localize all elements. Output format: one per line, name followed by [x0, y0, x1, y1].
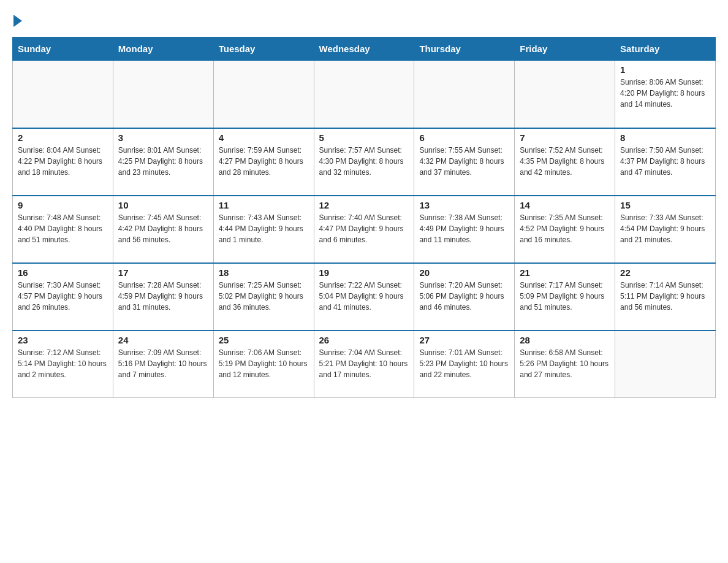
calendar-cell: 1Sunrise: 8:06 AM Sunset: 4:20 PM Daylig…	[615, 61, 716, 128]
calendar-cell: 8Sunrise: 7:50 AM Sunset: 4:37 PM Daylig…	[615, 128, 716, 196]
day-number: 23	[18, 335, 108, 345]
day-number: 5	[319, 132, 409, 143]
day-info: Sunrise: 7:45 AM Sunset: 4:42 PM Dayligh…	[118, 212, 208, 245]
calendar-cell	[615, 331, 716, 398]
calendar-cell: 15Sunrise: 7:33 AM Sunset: 4:54 PM Dayli…	[615, 196, 716, 263]
calendar-cell: 28Sunrise: 6:58 AM Sunset: 5:26 PM Dayli…	[515, 331, 615, 398]
calendar-table: SundayMondayTuesdayWednesdayThursdayFrid…	[12, 37, 716, 398]
calendar-cell	[113, 61, 213, 128]
day-info: Sunrise: 7:22 AM Sunset: 5:04 PM Dayligh…	[319, 280, 409, 313]
calendar-cell: 14Sunrise: 7:35 AM Sunset: 4:52 PM Dayli…	[515, 196, 615, 263]
day-number: 26	[319, 335, 409, 345]
day-info: Sunrise: 7:01 AM Sunset: 5:23 PM Dayligh…	[419, 347, 509, 380]
calendar-cell	[213, 61, 314, 128]
day-header-friday: Friday	[515, 37, 615, 61]
day-number: 22	[620, 267, 710, 278]
calendar-cell: 2Sunrise: 8:04 AM Sunset: 4:22 PM Daylig…	[13, 128, 113, 196]
day-number: 18	[219, 267, 309, 278]
day-info: Sunrise: 7:25 AM Sunset: 5:02 PM Dayligh…	[219, 280, 309, 313]
day-info: Sunrise: 7:12 AM Sunset: 5:14 PM Dayligh…	[18, 347, 108, 380]
calendar-cell: 18Sunrise: 7:25 AM Sunset: 5:02 PM Dayli…	[213, 263, 314, 331]
calendar-cell: 5Sunrise: 7:57 AM Sunset: 4:30 PM Daylig…	[314, 128, 414, 196]
calendar-cell: 25Sunrise: 7:06 AM Sunset: 5:19 PM Dayli…	[213, 331, 314, 398]
calendar-cell: 22Sunrise: 7:14 AM Sunset: 5:11 PM Dayli…	[615, 263, 716, 331]
day-number: 2	[18, 132, 108, 143]
day-info: Sunrise: 7:04 AM Sunset: 5:21 PM Dayligh…	[319, 347, 409, 380]
day-number: 21	[520, 267, 610, 278]
day-number: 15	[620, 200, 710, 210]
calendar-cell: 3Sunrise: 8:01 AM Sunset: 4:25 PM Daylig…	[113, 128, 213, 196]
day-number: 28	[520, 335, 610, 345]
week-row-4: 16Sunrise: 7:30 AM Sunset: 4:57 PM Dayli…	[13, 263, 716, 331]
day-info: Sunrise: 6:58 AM Sunset: 5:26 PM Dayligh…	[520, 347, 610, 380]
calendar-cell: 9Sunrise: 7:48 AM Sunset: 4:40 PM Daylig…	[13, 196, 113, 263]
calendar-cell: 7Sunrise: 7:52 AM Sunset: 4:35 PM Daylig…	[515, 128, 615, 196]
day-info: Sunrise: 7:52 AM Sunset: 4:35 PM Dayligh…	[520, 145, 610, 178]
calendar-cell: 19Sunrise: 7:22 AM Sunset: 5:04 PM Dayli…	[314, 263, 414, 331]
day-number: 19	[319, 267, 409, 278]
week-row-3: 9Sunrise: 7:48 AM Sunset: 4:40 PM Daylig…	[13, 196, 716, 263]
day-info: Sunrise: 7:57 AM Sunset: 4:30 PM Dayligh…	[319, 145, 409, 178]
day-number: 3	[118, 132, 208, 143]
day-number: 9	[18, 200, 108, 210]
day-header-saturday: Saturday	[615, 37, 716, 61]
day-info: Sunrise: 7:14 AM Sunset: 5:11 PM Dayligh…	[620, 280, 710, 313]
calendar-cell	[414, 61, 515, 128]
day-number: 13	[419, 200, 509, 210]
calendar-cell: 17Sunrise: 7:28 AM Sunset: 4:59 PM Dayli…	[113, 263, 213, 331]
calendar-cell: 26Sunrise: 7:04 AM Sunset: 5:21 PM Dayli…	[314, 331, 414, 398]
day-info: Sunrise: 7:17 AM Sunset: 5:09 PM Dayligh…	[520, 280, 610, 313]
day-info: Sunrise: 7:20 AM Sunset: 5:06 PM Dayligh…	[419, 280, 509, 313]
day-info: Sunrise: 7:33 AM Sunset: 4:54 PM Dayligh…	[620, 212, 710, 245]
day-number: 4	[219, 132, 309, 143]
day-info: Sunrise: 7:06 AM Sunset: 5:19 PM Dayligh…	[219, 347, 309, 380]
day-header-monday: Monday	[113, 37, 213, 61]
day-number: 24	[118, 335, 208, 345]
day-info: Sunrise: 7:55 AM Sunset: 4:32 PM Dayligh…	[419, 145, 509, 178]
calendar-header-row: SundayMondayTuesdayWednesdayThursdayFrid…	[13, 37, 716, 61]
calendar-cell: 27Sunrise: 7:01 AM Sunset: 5:23 PM Dayli…	[414, 331, 515, 398]
calendar-cell	[13, 61, 113, 128]
logo	[12, 12, 22, 27]
calendar-cell: 11Sunrise: 7:43 AM Sunset: 4:44 PM Dayli…	[213, 196, 314, 263]
day-info: Sunrise: 8:04 AM Sunset: 4:22 PM Dayligh…	[18, 145, 108, 178]
day-info: Sunrise: 7:40 AM Sunset: 4:47 PM Dayligh…	[319, 212, 409, 245]
day-number: 8	[620, 132, 710, 143]
calendar-cell: 4Sunrise: 7:59 AM Sunset: 4:27 PM Daylig…	[213, 128, 314, 196]
day-number: 14	[520, 200, 610, 210]
calendar-cell: 21Sunrise: 7:17 AM Sunset: 5:09 PM Dayli…	[515, 263, 615, 331]
week-row-5: 23Sunrise: 7:12 AM Sunset: 5:14 PM Dayli…	[13, 331, 716, 398]
day-number: 16	[18, 267, 108, 278]
day-info: Sunrise: 7:48 AM Sunset: 4:40 PM Dayligh…	[18, 212, 108, 245]
calendar-cell: 20Sunrise: 7:20 AM Sunset: 5:06 PM Dayli…	[414, 263, 515, 331]
day-header-sunday: Sunday	[13, 37, 113, 61]
calendar-cell: 10Sunrise: 7:45 AM Sunset: 4:42 PM Dayli…	[113, 196, 213, 263]
day-header-thursday: Thursday	[414, 37, 515, 61]
day-info: Sunrise: 8:06 AM Sunset: 4:20 PM Dayligh…	[620, 77, 710, 110]
day-info: Sunrise: 7:30 AM Sunset: 4:57 PM Dayligh…	[18, 280, 108, 313]
day-number: 7	[520, 132, 610, 143]
day-header-tuesday: Tuesday	[213, 37, 314, 61]
day-number: 27	[419, 335, 509, 345]
page-header	[12, 12, 716, 27]
week-row-1: 1Sunrise: 8:06 AM Sunset: 4:20 PM Daylig…	[13, 61, 716, 128]
calendar-cell	[515, 61, 615, 128]
day-info: Sunrise: 8:01 AM Sunset: 4:25 PM Dayligh…	[118, 145, 208, 178]
day-number: 6	[419, 132, 509, 143]
day-number: 12	[319, 200, 409, 210]
calendar-cell: 16Sunrise: 7:30 AM Sunset: 4:57 PM Dayli…	[13, 263, 113, 331]
calendar-cell: 6Sunrise: 7:55 AM Sunset: 4:32 PM Daylig…	[414, 128, 515, 196]
day-number: 20	[419, 267, 509, 278]
day-info: Sunrise: 7:09 AM Sunset: 5:16 PM Dayligh…	[118, 347, 208, 380]
day-header-wednesday: Wednesday	[314, 37, 414, 61]
day-number: 17	[118, 267, 208, 278]
logo-arrow-icon	[13, 15, 22, 27]
calendar-cell: 23Sunrise: 7:12 AM Sunset: 5:14 PM Dayli…	[13, 331, 113, 398]
day-info: Sunrise: 7:35 AM Sunset: 4:52 PM Dayligh…	[520, 212, 610, 245]
day-number: 1	[620, 64, 710, 75]
day-number: 11	[219, 200, 309, 210]
day-info: Sunrise: 7:38 AM Sunset: 4:49 PM Dayligh…	[419, 212, 509, 245]
day-info: Sunrise: 7:43 AM Sunset: 4:44 PM Dayligh…	[219, 212, 309, 245]
week-row-2: 2Sunrise: 8:04 AM Sunset: 4:22 PM Daylig…	[13, 128, 716, 196]
calendar-cell: 12Sunrise: 7:40 AM Sunset: 4:47 PM Dayli…	[314, 196, 414, 263]
